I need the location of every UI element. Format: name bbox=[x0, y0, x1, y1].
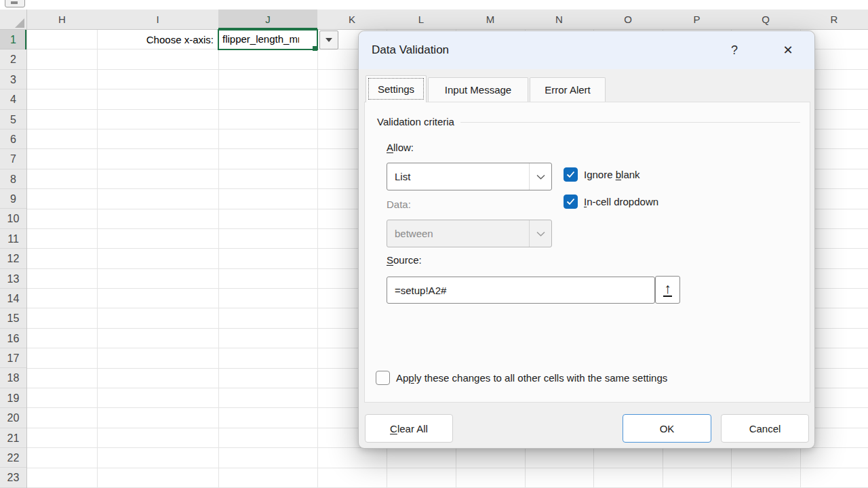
row-header[interactable]: 9 bbox=[0, 189, 26, 209]
gridline bbox=[317, 30, 318, 488]
column-header-r[interactable]: R bbox=[800, 9, 868, 29]
row-header[interactable]: 19 bbox=[0, 388, 26, 408]
ok-label: OK bbox=[660, 423, 675, 434]
row-header[interactable]: 10 bbox=[0, 209, 26, 228]
caret-down-icon bbox=[326, 38, 332, 42]
collapse-dialog-button[interactable]: ↑ bbox=[655, 276, 680, 304]
source-label: Source: bbox=[387, 254, 422, 266]
ignore-blank-checkbox-row[interactable]: Ignore blank bbox=[564, 167, 640, 182]
dialog-title: Data Validation bbox=[372, 31, 449, 69]
column-header-l[interactable]: L bbox=[387, 9, 456, 29]
ignore-blank-label: Ignore blank bbox=[584, 169, 640, 180]
allow-label: Allow: bbox=[387, 142, 414, 153]
column-header-o[interactable]: O bbox=[593, 9, 663, 29]
sheet-top-strip bbox=[0, 0, 868, 9]
check-icon bbox=[566, 198, 575, 205]
row-header[interactable]: 12 bbox=[0, 249, 26, 268]
partial-toolbar-widget bbox=[5, 0, 25, 7]
row-header[interactable]: 14 bbox=[0, 289, 26, 308]
allow-value: List bbox=[387, 163, 529, 190]
row-header[interactable]: 6 bbox=[0, 129, 26, 149]
row-header[interactable]: 22 bbox=[0, 448, 26, 468]
cell-j1-value: flipper_length_mm bbox=[219, 30, 299, 48]
apply-changes-checkbox-row[interactable]: Apply these changes to all other cells w… bbox=[376, 371, 667, 385]
collapse-up-arrow-icon-bar bbox=[663, 296, 672, 297]
select-all-corner[interactable] bbox=[0, 9, 27, 29]
column-header-m[interactable]: M bbox=[456, 9, 525, 29]
row-header[interactable]: 15 bbox=[0, 308, 26, 328]
row-header[interactable]: 20 bbox=[0, 408, 26, 428]
selection-fill-handle[interactable] bbox=[313, 46, 317, 51]
group-divider bbox=[460, 122, 800, 123]
collapse-up-arrow-icon: ↑ bbox=[664, 283, 671, 295]
gridline bbox=[218, 30, 219, 488]
tab-settings[interactable]: Settings bbox=[366, 75, 427, 102]
row-header[interactable]: 4 bbox=[0, 89, 26, 109]
clear-all-label: Clear All bbox=[390, 423, 428, 434]
in-cell-dropdown-label: In-cell dropdown bbox=[584, 196, 658, 207]
row-header[interactable]: 18 bbox=[0, 368, 26, 388]
column-header-h[interactable]: H bbox=[27, 9, 97, 29]
cancel-button[interactable]: Cancel bbox=[721, 414, 809, 443]
row-header[interactable]: 11 bbox=[0, 229, 26, 249]
tab-settings-label: Settings bbox=[378, 83, 414, 95]
row-header[interactable]: 7 bbox=[0, 149, 26, 169]
column-header-q[interactable]: Q bbox=[731, 9, 800, 29]
help-icon[interactable]: ? bbox=[726, 41, 743, 60]
row-header[interactable]: 5 bbox=[0, 110, 26, 129]
tab-error-alert[interactable]: Error Alert bbox=[530, 77, 606, 102]
settings-tab-panel: Validation criteria Allow: List Ignore b… bbox=[364, 102, 810, 403]
chevron-down-icon[interactable] bbox=[529, 163, 551, 190]
data-value: between bbox=[387, 220, 529, 247]
column-header-row: H I J K L M N O P Q R bbox=[0, 9, 868, 30]
tab-input-message[interactable]: Input Message bbox=[428, 77, 528, 102]
tab-input-message-label: Input Message bbox=[445, 84, 511, 96]
ok-button[interactable]: OK bbox=[623, 414, 711, 443]
widget-dash-icon bbox=[11, 1, 18, 4]
row-header[interactable]: 16 bbox=[0, 329, 26, 348]
row-header[interactable]: 23 bbox=[0, 468, 26, 487]
data-validation-dialog: Data Validation ? ✕ Settings Input Messa… bbox=[358, 30, 815, 449]
cell-j1-selected[interactable]: flipper_length_mm bbox=[218, 29, 318, 50]
validation-criteria-group: Validation criteria bbox=[377, 116, 800, 127]
row-header[interactable]: 13 bbox=[0, 269, 26, 289]
row-header[interactable]: 2 bbox=[0, 49, 26, 69]
column-header-p[interactable]: P bbox=[663, 9, 731, 29]
data-combobox-disabled: between bbox=[387, 220, 552, 247]
cell-i1-label[interactable]: Choose x-axis: bbox=[97, 30, 218, 49]
chevron-down-icon bbox=[529, 220, 551, 247]
validation-criteria-label: Validation criteria bbox=[377, 116, 454, 127]
column-header-i[interactable]: I bbox=[97, 9, 218, 29]
allow-combobox[interactable]: List bbox=[387, 163, 552, 190]
source-value: =setup!A2# bbox=[395, 285, 446, 296]
ignore-blank-checkbox[interactable] bbox=[564, 167, 578, 182]
check-icon bbox=[566, 171, 575, 178]
select-all-triangle-icon bbox=[15, 18, 24, 28]
close-icon[interactable]: ✕ bbox=[778, 41, 798, 60]
cancel-label: Cancel bbox=[749, 423, 781, 434]
in-cell-dropdown-checkbox[interactable] bbox=[564, 195, 578, 209]
row-header[interactable]: 17 bbox=[0, 348, 26, 368]
column-header-k[interactable]: K bbox=[317, 9, 387, 29]
source-input[interactable]: =setup!A2# bbox=[387, 277, 655, 304]
row-header[interactable]: 3 bbox=[0, 70, 26, 89]
in-cell-dropdown-checkbox-row[interactable]: In-cell dropdown bbox=[564, 195, 658, 209]
apply-changes-checkbox[interactable] bbox=[376, 371, 390, 385]
row-header[interactable]: 1 bbox=[0, 30, 26, 49]
clear-all-button[interactable]: Clear All bbox=[365, 414, 453, 443]
column-header-j-selected[interactable]: J bbox=[218, 9, 317, 29]
dialog-titlebar[interactable]: Data Validation ? ✕ bbox=[359, 31, 814, 69]
tab-error-alert-label: Error Alert bbox=[545, 84, 591, 96]
data-label: Data: bbox=[387, 199, 411, 210]
row-header[interactable]: 8 bbox=[0, 169, 26, 189]
in-cell-dropdown-button[interactable] bbox=[319, 30, 338, 49]
apply-changes-label: Apply these changes to all other cells w… bbox=[396, 372, 667, 384]
row-header-column: 1234567891011121314151617181920212223 bbox=[0, 30, 27, 488]
column-header-n[interactable]: N bbox=[525, 9, 593, 29]
gridline bbox=[97, 30, 98, 488]
row-header[interactable]: 21 bbox=[0, 428, 26, 448]
